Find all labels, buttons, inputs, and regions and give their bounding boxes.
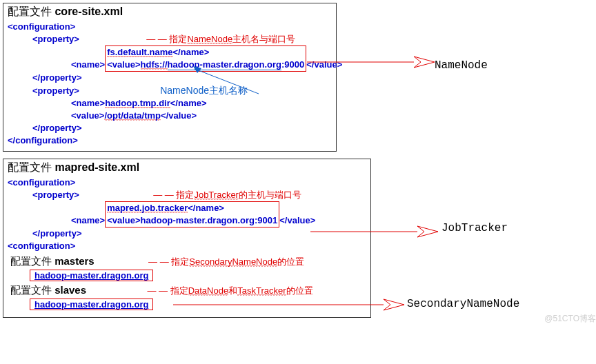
masters-host-box: hadoop-master.dragon.org	[30, 270, 366, 281]
arrow-secondary	[170, 298, 404, 312]
jt-box: mapred.job.tracker</name> <value>hadoop-…	[105, 201, 279, 228]
arrow-namenode	[304, 55, 435, 69]
prop-close: </property>	[8, 72, 332, 84]
name1-row: <name>fs.default.name</name> <value>hdfs…	[8, 46, 332, 72]
slaves-host: hadoop-master.dragon.org	[32, 299, 151, 310]
title-prefix: 配置文件	[8, 6, 52, 17]
name2-row: <name>hadoop.tmp.dir</name>	[8, 97, 332, 110]
masters-title: 配置文件 masters — — 指定SecondaryNameNode的位置	[10, 255, 366, 268]
panel1-title: 配置文件 core-site.xml	[8, 5, 332, 19]
value2-row: <value>/opt/data/tmp</value>	[8, 110, 332, 122]
masters-host: hadoop-master.dragon.org	[32, 270, 151, 281]
cfg-open2: <configuration>	[8, 176, 366, 189]
title-file: core-site.xml	[54, 6, 123, 17]
arrow-jobtracker	[307, 225, 438, 239]
svg-marker-7	[384, 299, 404, 310]
name-jt-row: <name>mapred.job.tracker</name> <value>h…	[8, 201, 366, 228]
prop-jt-row: <property> — — 指定JobTracker的主机与端口号	[8, 189, 366, 201]
comment-secondary: — — 指定SecondaryNameNode的位置	[148, 256, 304, 267]
label-secondary: SecondaryNameNode	[407, 298, 519, 310]
comment-jobtracker: — — 指定JobTracker的主机与端口号	[153, 190, 301, 201]
svg-marker-5	[417, 226, 438, 237]
panel-core-site: 配置文件 core-site.xml <configuration> <prop…	[3, 3, 337, 152]
cfg-mid: <configuration>	[8, 240, 366, 252]
prop-close2: </property>	[8, 122, 332, 134]
svg-marker-3	[193, 66, 201, 73]
watermark: @51CTO博客	[544, 313, 596, 325]
prop1-row: <property> — — 指定NameNode主机名与端口号	[8, 33, 332, 46]
label-jobtracker: JobTracker	[441, 222, 508, 234]
arrow-hostname	[193, 66, 276, 99]
label-namenode: NameNode	[435, 59, 488, 72]
cfg-close: </configuration>	[8, 134, 332, 147]
svg-line-2	[197, 70, 259, 94]
panel2-title: 配置文件 mapred-site.xml	[8, 161, 366, 175]
prop2-row: <property> NameNode主机名称	[8, 84, 332, 97]
comment-namenode: — — 指定NameNode主机名与端口号	[146, 34, 295, 45]
cfg-open: <configuration>	[8, 21, 332, 33]
svg-marker-1	[414, 57, 435, 68]
prop-open: <property>	[32, 34, 79, 44]
comment-datanode: — — 指定DataNode和TaskTracker的位置	[147, 285, 312, 296]
slaves-title: 配置文件 slaves — — 指定DataNode和TaskTracker的位…	[10, 284, 366, 297]
